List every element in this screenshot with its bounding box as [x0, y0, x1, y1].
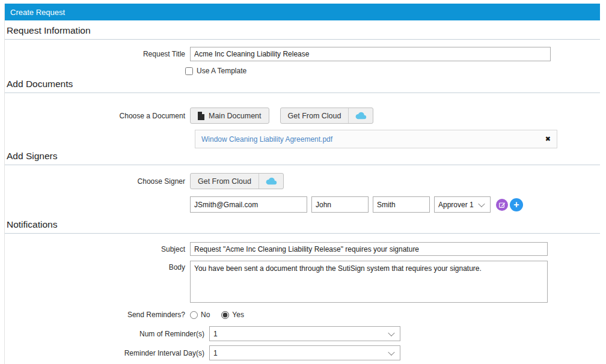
request-title-input[interactable]: [190, 47, 551, 61]
main-document-button-label: Main Document: [209, 112, 262, 120]
cloud-icon: [259, 174, 283, 189]
body-textarea[interactable]: You have been sent a document through th…: [190, 261, 548, 303]
main-document-button[interactable]: Main Document: [190, 108, 269, 124]
get-from-cloud-signer-button[interactable]: Get From Cloud: [190, 173, 284, 189]
create-request-page: Create Request Request Information Reque…: [4, 4, 600, 364]
choose-a-document-label: Choose a Document: [5, 112, 190, 120]
get-from-cloud-document-button[interactable]: Get From Cloud: [280, 108, 374, 124]
get-from-cloud-document-label: Get From Cloud: [281, 108, 349, 123]
page-title-text: Create Request: [10, 8, 65, 17]
edit-signer-icon[interactable]: [496, 199, 508, 211]
send-reminders-radio-no[interactable]: [190, 311, 198, 319]
use-a-template-checkbox[interactable]: [185, 67, 193, 75]
signer-email-input[interactable]: [190, 196, 307, 213]
send-reminders-yes-label[interactable]: Yes: [232, 311, 244, 319]
body-label: Body: [5, 261, 190, 271]
num-of-reminders-select-wrap: 1: [209, 326, 400, 341]
get-from-cloud-signer-label: Get From Cloud: [191, 174, 259, 189]
send-reminders-radio-group: No Yes: [190, 311, 252, 319]
cloud-icon: [348, 108, 373, 123]
attached-document-row: Window Cleaning Liability Agreement.pdf …: [195, 130, 557, 148]
section-add-signers: Add Signers: [5, 150, 600, 165]
signer-last-name-input[interactable]: [373, 196, 430, 213]
attached-document-link[interactable]: Window Cleaning Liability Agreement.pdf: [201, 135, 332, 144]
subject-input[interactable]: [190, 242, 548, 256]
remove-document-icon[interactable]: ✖: [545, 135, 551, 143]
plus-glyph: +: [513, 200, 519, 210]
section-add-documents: Add Documents: [5, 77, 600, 93]
num-of-reminders-label: Num of Reminder(s): [5, 330, 209, 338]
reminder-interval-select-wrap: 1: [209, 345, 400, 360]
reminder-interval-select[interactable]: 1: [209, 345, 400, 360]
section-notifications: Notifications: [5, 218, 600, 234]
reminder-interval-label: Reminder Interval Day(s): [5, 349, 209, 357]
signer-role-select[interactable]: Approver 1: [434, 196, 491, 213]
signer-first-name-input[interactable]: [311, 196, 369, 213]
add-signer-icon[interactable]: +: [510, 198, 523, 211]
subject-label: Subject: [5, 245, 190, 253]
page-title: Create Request: [5, 4, 600, 20]
send-reminders-no-label[interactable]: No: [201, 311, 210, 319]
send-reminders-radio-yes[interactable]: [221, 311, 229, 319]
use-a-template-label[interactable]: Use A Template: [197, 67, 246, 75]
signer-role-select-wrap: Approver 1: [434, 196, 491, 213]
document-icon: [198, 112, 204, 120]
section-request-information: Request Information: [5, 24, 600, 40]
request-title-label: Request Title: [5, 50, 190, 58]
choose-signer-label: Choose Signer: [5, 177, 190, 186]
send-reminders-label: Send Reminders?: [5, 311, 190, 319]
num-of-reminders-select[interactable]: 1: [209, 326, 400, 341]
